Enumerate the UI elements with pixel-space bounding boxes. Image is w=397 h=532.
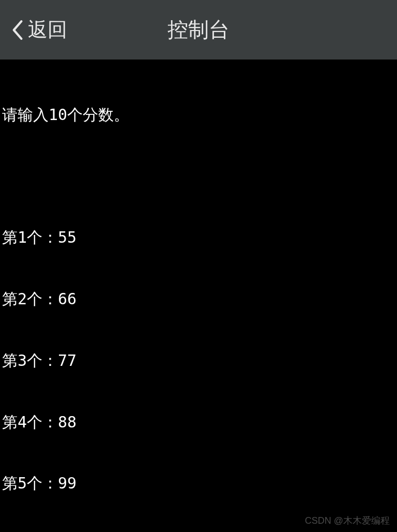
entry-line: 第1个：55 (2, 227, 395, 248)
prompt-line: 请输入10个分数。 (2, 105, 395, 125)
console-output[interactable]: 请输入10个分数。 第1个：55 第2个：66 第3个：77 第4个：88 第5… (0, 60, 397, 532)
entry-line: 第5个：99 (2, 473, 395, 494)
entry-line: 第4个：88 (2, 412, 395, 433)
page-title: 控制台 (167, 16, 230, 44)
header-bar: 返回 控制台 (0, 0, 397, 60)
watermark: CSDN @木木爱编程 (305, 514, 390, 527)
back-label: 返回 (28, 17, 67, 43)
entry-line: 第3个：77 (2, 350, 395, 371)
back-button[interactable]: 返回 (10, 17, 67, 43)
chevron-left-icon (10, 19, 24, 41)
entry-line: 第2个：66 (2, 289, 395, 309)
blank-line (2, 166, 395, 186)
